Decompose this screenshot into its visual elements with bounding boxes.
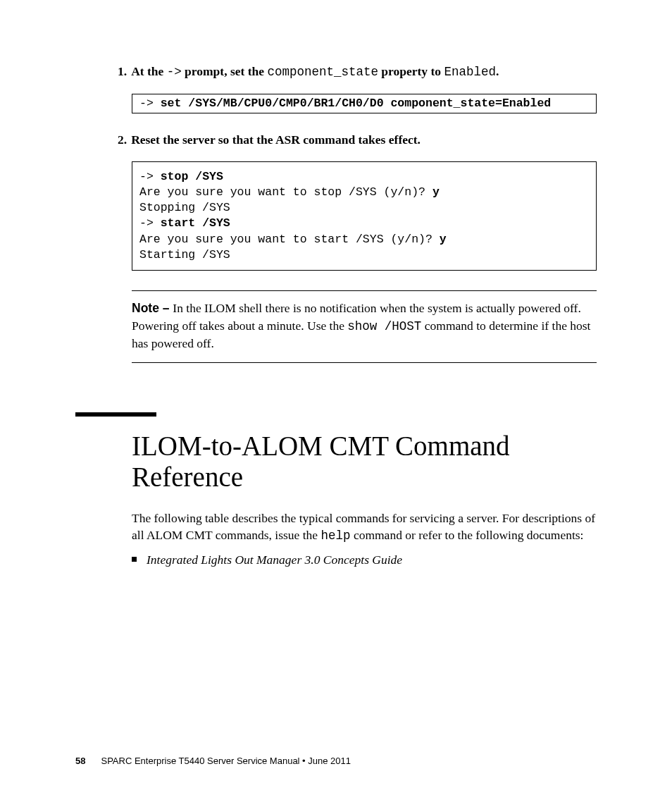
c2-l1p: ->: [139, 170, 161, 183]
square-bullet-icon: [132, 557, 137, 562]
c2-l2a: Are you sure you want to stop /SYS (y/n)…: [139, 185, 433, 199]
para-mono-1: help: [321, 529, 350, 543]
note-mono-1: show /HOST: [347, 319, 421, 333]
code-box-1: -> set /SYS/MB/CPU0/CMP0/BR1/CH0/D0 comp…: [132, 94, 597, 113]
intro-paragraph: The following table describes the typica…: [132, 510, 597, 544]
section-rule: [75, 412, 156, 417]
code-box-2: -> stop /SYS Are you sure you want to st…: [132, 161, 597, 271]
c2-l5a: Are you sure you want to start /SYS (y/n…: [139, 233, 440, 246]
bullet-1-text: Integrated Lights Out Manager 3.0 Concep…: [147, 552, 402, 569]
step-1: 1.At the -> prompt, set the component_st…: [132, 63, 597, 81]
step-2: 2.Reset the server so that the ASR comma…: [132, 132, 597, 149]
section-heading: ILOM-to-ALOM CMT Command Reference: [132, 431, 597, 494]
page-number: 58: [75, 756, 85, 766]
c2-l1c: stop /SYS: [161, 170, 223, 183]
code1-prompt: ->: [139, 97, 161, 110]
c2-l4c: start /SYS: [161, 216, 230, 230]
note-block: Note – In the ILOM shell there is no not…: [132, 290, 597, 363]
step-2-number: 2.: [118, 133, 131, 147]
step-1-number: 1.: [118, 64, 131, 78]
step-1-text-d: .: [496, 64, 499, 78]
step-1-mono-1: ->: [167, 65, 182, 79]
c2-l6: Starting /SYS: [139, 248, 230, 261]
step-1-mono-2: component_state: [267, 65, 378, 79]
step-1-text-b: prompt, set the: [182, 64, 268, 78]
c2-l4p: ->: [139, 216, 161, 230]
step-1-text-c: property to: [378, 64, 444, 78]
page-footer: 58SPARC Enterprise T5440 Server Service …: [75, 756, 351, 766]
page: 1.At the -> prompt, set the component_st…: [0, 0, 672, 807]
note-label: Note –: [132, 301, 173, 315]
code1-cmd: set /SYS/MB/CPU0/CMP0/BR1/CH0/D0 compone…: [161, 97, 552, 110]
step-1-text-a: At the: [131, 64, 167, 78]
content-area: 1.At the -> prompt, set the component_st…: [132, 63, 597, 568]
step-1-mono-3: Enabled: [444, 65, 496, 79]
step-2-text: Reset the server so that the ASR command…: [131, 133, 421, 147]
c2-l2b: y: [433, 185, 440, 199]
c2-l5b: y: [440, 233, 447, 246]
c2-l3: Stopping /SYS: [139, 201, 230, 214]
para-b: command or refer to the following docume…: [351, 528, 584, 542]
footer-text: SPARC Enterprise T5440 Server Service Ma…: [101, 756, 351, 766]
bullet-item-1: Integrated Lights Out Manager 3.0 Concep…: [132, 552, 597, 569]
